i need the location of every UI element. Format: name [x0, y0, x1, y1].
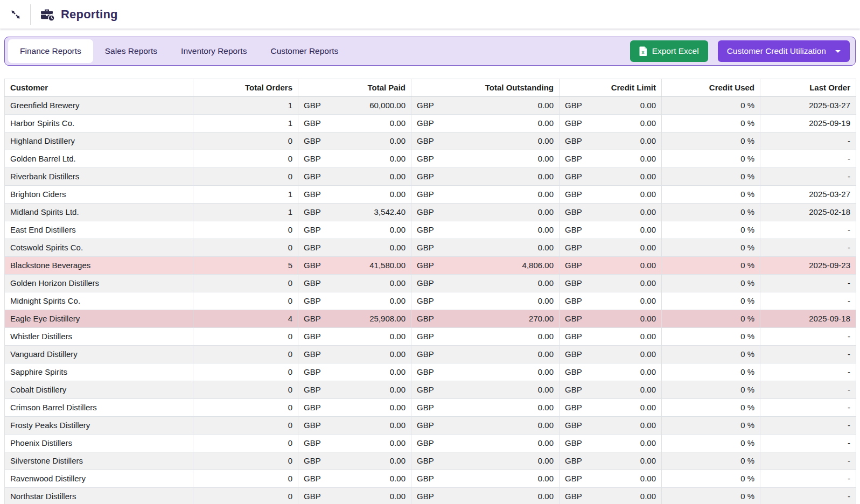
topbar-divider: [30, 4, 31, 25]
amount-value: 0.00: [640, 242, 656, 253]
credit-limit-cell: GBP0.00: [560, 168, 662, 186]
credit-used-cell: 0 %: [662, 115, 760, 132]
currency-code: GBP: [304, 402, 321, 413]
last-order-cell: -: [760, 417, 856, 435]
currency-code: GBP: [304, 225, 321, 235]
last-order-cell: -: [760, 150, 856, 168]
amount-value: 0.00: [640, 349, 656, 360]
currency-code: GBP: [304, 313, 321, 324]
credit-used-cell: 0 %: [662, 239, 760, 257]
table-row: Northstar Distillers0GBP0.00GBP0.00GBP0.…: [5, 488, 856, 504]
table-row: Sapphire Spirits0GBP0.00GBP0.00GBP0.000 …: [5, 363, 856, 381]
column-header-customer: Customer: [5, 79, 193, 97]
last-order-cell: -: [760, 452, 856, 470]
last-order-cell: -: [760, 363, 856, 381]
credit-limit-cell: GBP0.00: [560, 328, 662, 346]
currency-code: GBP: [417, 207, 434, 218]
export-excel-button[interactable]: x Export Excel: [630, 40, 708, 62]
total-paid-cell: GBP0.00: [298, 435, 411, 452]
expand-arrows-icon[interactable]: [8, 6, 24, 23]
currency-code: GBP: [417, 153, 434, 164]
customer-cell: Frosty Peaks Distillery: [5, 417, 193, 435]
customer-cell: Vanguard Distillery: [5, 346, 193, 363]
amount-value: 0.00: [390, 491, 405, 502]
amount-value: 0.00: [640, 260, 656, 271]
currency-code: GBP: [417, 189, 434, 200]
table-row: Harbor Spirits Co.1GBP0.00GBP0.00GBP0.00…: [5, 115, 856, 132]
table-header-row: CustomerTotal OrdersTotal PaidTotal Outs…: [5, 79, 856, 97]
currency-code: GBP: [304, 207, 321, 218]
currency-code: GBP: [565, 118, 582, 129]
credit-used-cell: 0 %: [662, 97, 760, 115]
currency-code: GBP: [565, 296, 582, 306]
customer-cell: Midland Spirits Ltd.: [5, 204, 193, 221]
currency-code: GBP: [565, 438, 582, 449]
briefcase-clock-icon: [39, 8, 54, 22]
total-paid-cell: GBP0.00: [298, 239, 411, 257]
currency-code: GBP: [565, 367, 582, 377]
credit-limit-cell: GBP0.00: [560, 150, 662, 168]
credit-used-cell: 0 %: [662, 328, 760, 346]
credit-used-cell: 0 %: [662, 186, 760, 204]
amount-value: 0.00: [538, 189, 554, 200]
amount-value: 0.00: [390, 402, 405, 413]
last-order-cell: -: [760, 239, 856, 257]
credit-used-cell: 0 %: [662, 346, 760, 363]
currency-code: GBP: [565, 420, 582, 431]
total-orders-cell: 0: [193, 132, 298, 150]
credit-limit-cell: GBP0.00: [560, 417, 662, 435]
total-orders-cell: 0: [193, 328, 298, 346]
tab-sales-reports[interactable]: Sales Reports: [93, 39, 169, 63]
total-outstanding-cell: GBP0.00: [411, 381, 560, 399]
currency-code: GBP: [304, 491, 321, 502]
total-paid-cell: GBP0.00: [298, 363, 411, 381]
amount-value: 0.00: [538, 242, 554, 253]
currency-code: GBP: [304, 242, 321, 253]
credit-used-cell: 0 %: [662, 275, 760, 292]
currency-code: GBP: [417, 349, 434, 360]
tab-inventory-reports[interactable]: Inventory Reports: [169, 39, 258, 63]
currency-code: GBP: [565, 456, 582, 466]
credit-used-cell: 0 %: [662, 417, 760, 435]
currency-code: GBP: [304, 473, 321, 484]
amount-value: 0.00: [538, 100, 554, 111]
amount-value: 0.00: [390, 118, 405, 129]
credit-used-cell: 0 %: [662, 310, 760, 328]
total-orders-cell: 0: [193, 435, 298, 452]
currency-code: GBP: [304, 136, 321, 146]
total-outstanding-cell: GBP0.00: [411, 417, 560, 435]
amount-value: 0.00: [538, 473, 554, 484]
customer-credit-utilization-dropdown[interactable]: Customer Credit Utilization: [718, 40, 850, 62]
table-row: Whistler Distillers0GBP0.00GBP0.00GBP0.0…: [5, 328, 856, 346]
currency-code: GBP: [304, 420, 321, 431]
total-outstanding-cell: GBP0.00: [411, 363, 560, 381]
total-outstanding-cell: GBP0.00: [411, 399, 560, 417]
tab-customer-reports[interactable]: Customer Reports: [258, 39, 350, 63]
amount-value: 0.00: [538, 207, 554, 218]
currency-code: GBP: [565, 473, 582, 484]
credit-used-cell: 0 %: [662, 150, 760, 168]
currency-code: GBP: [565, 278, 582, 289]
total-orders-cell: 0: [193, 150, 298, 168]
amount-value: 0.00: [538, 349, 554, 360]
credit-limit-cell: GBP0.00: [560, 488, 662, 504]
currency-code: GBP: [565, 260, 582, 271]
total-paid-cell: GBP0.00: [298, 399, 411, 417]
amount-value: 0.00: [640, 473, 656, 484]
customer-cell: Ravenwood Distillery: [5, 470, 193, 488]
tab-finance-reports[interactable]: Finance Reports: [8, 39, 93, 63]
credit-limit-cell: GBP0.00: [560, 221, 662, 239]
table-row: Ravenwood Distillery0GBP0.00GBP0.00GBP0.…: [5, 470, 856, 488]
currency-code: GBP: [417, 242, 434, 253]
amount-value: 0.00: [538, 402, 554, 413]
total-paid-cell: GBP0.00: [298, 381, 411, 399]
amount-value: 0.00: [640, 153, 656, 164]
customer-cell: Brighton Ciders: [5, 186, 193, 204]
amount-value: 0.00: [390, 171, 405, 182]
total-paid-cell: GBP60,000.00: [298, 97, 411, 115]
amount-value: 0.00: [390, 420, 405, 431]
customer-cell: Silverstone Distillers: [5, 452, 193, 470]
total-paid-cell: GBP0.00: [298, 470, 411, 488]
table-row: Midland Spirits Ltd.1GBP3,542.40GBP0.00G…: [5, 204, 856, 221]
total-orders-cell: 0: [193, 399, 298, 417]
